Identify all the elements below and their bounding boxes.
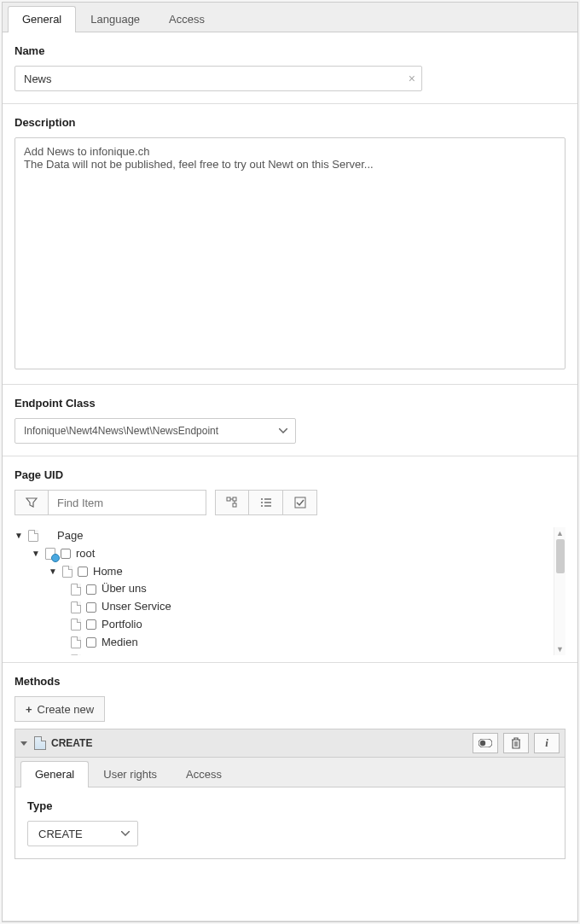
clear-icon[interactable]: ×: [409, 72, 415, 85]
section-description: Description Add News to infonique.ch The…: [3, 104, 577, 385]
page-icon: [28, 530, 38, 542]
name-input[interactable]: [14, 66, 422, 91]
tree-node-home[interactable]: ▼ Home: [14, 563, 566, 581]
page-icon: [71, 619, 81, 631]
svg-point-7: [261, 505, 263, 507]
method-title: CREATE: [51, 737, 467, 749]
collapse-icon[interactable]: ▼: [32, 547, 40, 561]
tree-node[interactable]: Medien: [14, 634, 566, 652]
tree-node-root[interactable]: ▼ root: [14, 545, 566, 563]
page-icon: [71, 601, 81, 613]
scroll-down-icon[interactable]: ▼: [554, 643, 566, 655]
tree-node[interactable]: Unser Service: [14, 598, 566, 616]
tree-checkbox[interactable]: [86, 602, 96, 613]
method-tab-access[interactable]: Access: [171, 761, 236, 787]
page-tree-container: ▼ Page ▼ root ▼ Hom: [14, 527, 566, 655]
create-new-label: Create new: [38, 703, 94, 716]
page-uid-label: Page UID: [14, 468, 566, 481]
svg-rect-6: [264, 502, 271, 503]
create-new-button[interactable]: + Create new: [14, 696, 105, 722]
section-name: Name ×: [3, 32, 577, 104]
page-icon: [62, 566, 72, 578]
tree-scrollbar[interactable]: ▲ ▼: [554, 527, 566, 655]
svg-rect-4: [264, 498, 271, 499]
tree-node-label: Unser Service: [102, 598, 171, 616]
page-icon: [71, 636, 81, 648]
section-methods: Methods + Create new CREATE i: [3, 663, 577, 921]
check-all-icon[interactable]: [283, 490, 317, 515]
tab-access[interactable]: Access: [154, 6, 219, 32]
method-tab-user-rights[interactable]: User rights: [89, 761, 171, 787]
collapse-icon[interactable]: ▼: [49, 565, 57, 578]
section-endpoint-class: Endpoint Class Infonique\Newt4News\Newt\…: [3, 385, 577, 456]
tree-checkbox[interactable]: [86, 619, 96, 630]
form-panel: General Language Access Name × Descripti…: [2, 2, 578, 922]
type-label: Type: [27, 799, 553, 812]
collapse-icon[interactable]: ▼: [14, 529, 23, 543]
svg-rect-8: [264, 505, 271, 506]
endpoint-class-label: Endpoint Class: [14, 397, 566, 410]
tree-checkbox[interactable]: [61, 549, 71, 559]
svg-rect-2: [233, 503, 236, 507]
list-view-icon[interactable]: [249, 490, 283, 515]
document-icon: [34, 736, 46, 750]
tree-checkbox[interactable]: [86, 584, 96, 595]
filter-icon[interactable]: [14, 490, 49, 515]
page-tree: ▼ Page ▼ root ▼ Hom: [14, 527, 566, 655]
tree-checkbox[interactable]: [86, 637, 96, 648]
method-card: CREATE i General User rights Access Type: [14, 729, 566, 859]
tree-node[interactable]: Über uns: [14, 580, 566, 598]
tree-root[interactable]: ▼ Page: [14, 527, 566, 545]
method-tab-general[interactable]: General: [20, 761, 89, 787]
svg-point-5: [261, 502, 263, 503]
find-item-input[interactable]: [49, 490, 206, 515]
page-uid-toolbar: [14, 490, 566, 515]
svg-point-3: [261, 498, 263, 500]
tree-node[interactable]: Kontakt: [14, 652, 566, 655]
info-icon: i: [545, 736, 548, 750]
tree-checkbox[interactable]: [78, 567, 88, 577]
description-label: Description: [14, 116, 566, 129]
description-textarea[interactable]: Add News to infonique.ch The Data will n…: [14, 137, 566, 369]
tree-node-label: root: [76, 545, 95, 563]
endpoint-class-value: Infonique\Newt4News\Newt\NewsEndpoint: [24, 425, 218, 437]
caret-down-icon[interactable]: [20, 741, 27, 746]
page-icon: [71, 654, 81, 655]
plus-icon: +: [26, 703, 32, 716]
method-header: CREATE i: [15, 729, 565, 758]
svg-rect-0: [227, 497, 230, 501]
main-tabs: General Language Access: [3, 3, 577, 32]
name-label: Name: [14, 44, 566, 57]
tab-general[interactable]: General: [8, 6, 76, 32]
tree-root-label: Page: [57, 527, 83, 545]
delete-button[interactable]: [503, 733, 529, 753]
tree-node[interactable]: Portfolio: [14, 616, 566, 634]
name-input-wrap: ×: [14, 66, 422, 91]
methods-label: Methods: [14, 675, 566, 688]
scroll-up-icon[interactable]: ▲: [554, 527, 566, 539]
page-root-icon: [45, 548, 55, 560]
page-icon: [71, 584, 81, 596]
toggle-button[interactable]: [473, 733, 498, 753]
tree-node-label: Kontakt: [102, 652, 139, 655]
type-select[interactable]: CREATE: [27, 821, 138, 846]
svg-rect-9: [295, 497, 305, 508]
method-body: Type CREATE: [15, 787, 565, 858]
type-value: CREATE: [38, 828, 83, 840]
info-button[interactable]: i: [534, 733, 560, 753]
tab-language[interactable]: Language: [76, 6, 154, 32]
tree-node-label: Medien: [102, 634, 138, 652]
method-tabs: General User rights Access: [15, 758, 565, 787]
tree-view-icon[interactable]: [215, 490, 249, 515]
tree-node-label: Home: [93, 563, 123, 581]
section-page-uid: Page UID ▼ Page: [3, 456, 577, 663]
svg-point-11: [480, 741, 485, 746]
tree-node-label: Über uns: [102, 580, 147, 598]
svg-rect-1: [233, 497, 236, 501]
scroll-thumb[interactable]: [556, 539, 565, 573]
endpoint-class-select[interactable]: Infonique\Newt4News\Newt\NewsEndpoint: [14, 418, 296, 444]
tree-node-label: Portfolio: [102, 616, 142, 634]
